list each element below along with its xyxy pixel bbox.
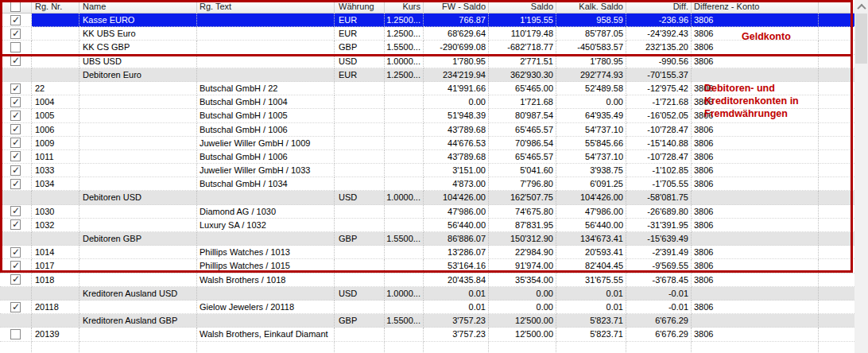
row-checkbox-cell	[0, 259, 32, 273]
row-checkbox[interactable]	[10, 111, 21, 121]
row-checkbox[interactable]	[10, 302, 21, 312]
cell-diff: -58'081.75	[626, 191, 692, 204]
cell-differenz-konto: 3806	[692, 328, 819, 341]
cell-kalk-saldo: 6'091.25	[556, 177, 626, 191]
header-waehrung[interactable]: Währung	[335, 0, 385, 14]
cell-rg-nr	[32, 232, 79, 246]
header-fw-saldo[interactable]: FW - Saldo	[424, 0, 489, 14]
cell-fw-saldo: 1'780.95	[424, 55, 489, 68]
cell-diff: -9'569.55	[626, 259, 692, 273]
cell-kalk-saldo: 104'426.00	[556, 191, 626, 204]
table-row[interactable]: Debitoren GBPGBP1.5500...86'886.07150'31…	[0, 232, 854, 246]
cell-fw-saldo: -290'699.08	[424, 41, 489, 54]
cell-filler	[819, 301, 854, 314]
row-checkbox-cell	[0, 68, 32, 82]
header-rg-text[interactable]: Rg. Text	[197, 0, 335, 14]
cell-rg-nr	[32, 14, 79, 27]
cell-fw-saldo: 104'426.00	[424, 191, 489, 204]
cell-kurs	[385, 246, 424, 259]
cell-kalk-saldo: 52'489.58	[556, 82, 626, 95]
row-checkbox[interactable]	[10, 179, 21, 189]
row-checkbox[interactable]	[10, 329, 21, 339]
cell-kurs	[385, 95, 424, 109]
table-row[interactable]: KK UBS EuroEUR1.2500...68'629.64110'179.…	[0, 27, 854, 41]
table-row[interactable]: 1011Butschal GmbH / 100643'789.6865'465.…	[0, 150, 854, 164]
cell-rg-text: Juwelier Willer GmbH / 1009	[197, 137, 335, 150]
table-row[interactable]: KK CS GBPGBP1.5500...-290'699.08-682'718…	[0, 41, 854, 54]
header-saldo[interactable]: Saldo	[489, 0, 556, 14]
cell-kalk-saldo: 31'675.55	[556, 273, 626, 287]
row-checkbox[interactable]	[10, 97, 21, 107]
scrollbar-thumb[interactable]	[855, 14, 867, 64]
cell-differenz-konto: 3806	[692, 109, 819, 122]
table-row[interactable]: 1017Phillips Watches / 101553'164.1691'9…	[0, 259, 854, 273]
table-row[interactable]: 22Butschal GmbH / 2241'991.6665'465.0052…	[0, 82, 854, 95]
cell-kurs	[385, 301, 424, 314]
cell-fw-saldo: 0.01	[424, 287, 489, 301]
row-checkbox[interactable]	[10, 56, 21, 66]
cell-rg-text	[197, 55, 335, 68]
table-row[interactable]: 1030Diamond AG / 103047'986.0074'675.804…	[0, 205, 854, 219]
row-checkbox[interactable]	[10, 165, 21, 176]
table-row[interactable]: 1014Phillips Watches / 101313'286.0722'9…	[0, 246, 854, 259]
row-checkbox[interactable]	[10, 247, 21, 258]
select-all-checkbox[interactable]	[10, 2, 21, 12]
cell-differenz-konto: 3806	[692, 205, 819, 219]
table-row[interactable]: Kreditoren Ausland GBPGBP1.5500...3'757.…	[0, 314, 854, 328]
table-row[interactable]: 1006Butschal GmbH / 100643'789.6865'465.…	[0, 123, 854, 137]
row-checkbox[interactable]	[10, 151, 21, 161]
row-checkbox[interactable]	[10, 15, 21, 25]
header-diff[interactable]: Diff.	[626, 0, 692, 14]
header-kalk-saldo[interactable]: Kalk. Saldo	[556, 0, 626, 14]
table-row[interactable]: 20118Gielow Jewelers / 201180.010.000.01…	[0, 301, 854, 314]
table-row[interactable]: 1009Juwelier Willer GmbH / 100944'676.53…	[0, 137, 854, 150]
table-row[interactable]: Debitoren EuroEUR1.2500...234'219.94362'…	[0, 68, 854, 82]
cell-rg-nr	[32, 55, 79, 68]
header-name[interactable]: Name	[79, 0, 197, 14]
table-row[interactable]: 20139Walsh Brothers, Einkauf Diamant3'75…	[0, 328, 854, 341]
row-checkbox[interactable]	[10, 274, 21, 285]
row-checkbox[interactable]	[10, 83, 21, 94]
cell-rg-text: Juwelier Willer GmbH / 1033	[197, 164, 335, 177]
header-differenz-konto[interactable]: Differenz - Konto	[692, 0, 819, 14]
cell-rg-nr: 1033	[32, 164, 79, 177]
cell-kalk-saldo: 1'780.95	[556, 55, 626, 68]
cell-kalk-saldo: 56'440.00	[556, 219, 626, 232]
cell-diff	[626, 342, 692, 353]
table-row[interactable]: 1033Juwelier Willer GmbH / 10333'151.005…	[0, 164, 854, 177]
cell-kalk-saldo: -450'583.57	[556, 41, 626, 54]
row-checkbox[interactable]	[10, 206, 21, 216]
row-checkbox[interactable]	[10, 261, 21, 271]
scrollbar-up-button[interactable]	[854, 0, 868, 14]
grid-body: Kasse EUROEUR1.2500...766.871'195.55958.…	[0, 14, 854, 353]
cell-diff: -1'705.55	[626, 177, 692, 191]
table-row[interactable]: Kasse EUROEUR1.2500...766.871'195.55958.…	[0, 14, 854, 27]
table-row[interactable]: Debitoren USDUSD1.0000...104'426.00162'5…	[0, 191, 854, 204]
table-row[interactable]: 1032Luxury SA / 103256'440.0087'831.9556…	[0, 219, 854, 232]
row-checkbox-cell	[0, 41, 32, 54]
table-row[interactable]: 1018Walsh Brothers / 101820'435.8435'354…	[0, 273, 854, 287]
currency-accounts-window: Rg. Nr. Name Rg. Text Währung Kurs FW - …	[0, 0, 868, 353]
row-checkbox-cell	[0, 246, 32, 259]
cell-differenz-konto: 3806	[692, 246, 819, 259]
table-row[interactable]: 1005Butschal GmbH / 100551'948.3980'987.…	[0, 109, 854, 122]
row-checkbox[interactable]	[10, 29, 21, 39]
header-rg-nr[interactable]: Rg. Nr.	[32, 0, 79, 14]
table-row[interactable]: 1034Butschal GmbH / 10344'873.007'796.80…	[0, 177, 854, 191]
cell-differenz-konto: 3806	[692, 273, 819, 287]
row-checkbox-cell	[0, 55, 32, 68]
row-checkbox[interactable]	[10, 219, 21, 230]
vertical-scrollbar[interactable]	[854, 0, 868, 353]
table-row[interactable]: Kreditoren Ausland USDUSD1.0000...0.010.…	[0, 287, 854, 301]
table-row[interactable]: UBS USDUSD1.0000...1'780.952'771.511'780…	[0, 55, 854, 68]
cell-name	[79, 177, 197, 191]
header-kurs[interactable]: Kurs	[385, 0, 424, 14]
row-checkbox-cell	[0, 287, 32, 301]
row-checkbox[interactable]	[10, 138, 21, 148]
cell-kurs	[385, 137, 424, 150]
empty-row	[0, 342, 854, 353]
row-checkbox[interactable]	[10, 42, 21, 52]
table-row[interactable]: 1004Butschal GmbH / 10040.001'721.680.00…	[0, 95, 854, 109]
row-checkbox-cell	[0, 301, 32, 314]
row-checkbox[interactable]	[10, 124, 21, 134]
